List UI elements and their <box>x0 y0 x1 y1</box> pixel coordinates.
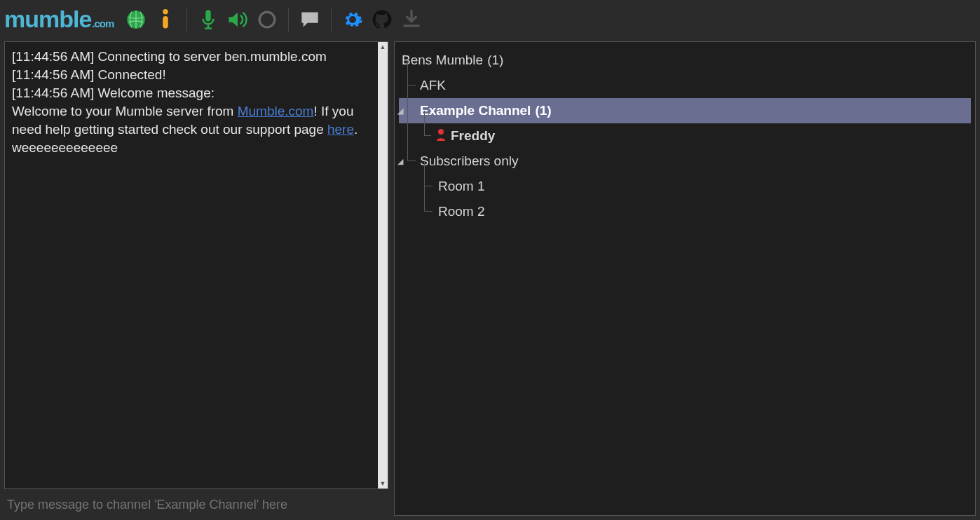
microphone-icon <box>199 9 217 30</box>
log-line: [11:44:56 AM] Welcome message: <box>12 84 371 102</box>
channel-afk[interactable]: AFK <box>396 73 974 98</box>
logo-suffix: .com <box>92 18 114 29</box>
channel-label: Room 2 <box>438 204 485 219</box>
support-here-link[interactable]: here <box>327 122 354 137</box>
user-icon <box>435 128 447 144</box>
tree-root[interactable]: Bens Mumble (1) <box>396 48 974 73</box>
channel-subscribers[interactable]: ◢ Subscribers only <box>396 149 974 174</box>
chat-icon <box>300 11 320 29</box>
mute-self-button[interactable] <box>194 6 222 34</box>
tree-branch <box>424 161 433 186</box>
record-icon <box>258 11 276 29</box>
svg-rect-4 <box>206 10 212 21</box>
svg-point-6 <box>438 129 444 135</box>
collapse-icon[interactable]: ◢ <box>397 157 406 166</box>
server-user-count: (1) <box>487 53 503 68</box>
tree-branch <box>407 60 416 85</box>
log-text: Welcome message: <box>98 85 215 100</box>
scroll-up-arrow[interactable]: ▲ <box>378 42 388 52</box>
download-icon <box>402 10 421 29</box>
app-logo: mumble.com <box>4 6 114 33</box>
speaker-icon <box>227 11 248 29</box>
channel-label: Room 1 <box>438 179 485 194</box>
chat-input[interactable] <box>7 498 386 512</box>
svg-rect-3 <box>163 16 169 29</box>
channel-tree[interactable]: Bens Mumble (1) AFK ◢ Example Channel (1… <box>394 41 976 516</box>
channel-room2[interactable]: Room 2 <box>396 199 974 224</box>
deafen-self-button[interactable] <box>224 6 252 34</box>
welcome-text: Welcome to your Mumble server from <box>12 104 238 118</box>
log-timestamp: [11:44:56 AM] <box>12 49 98 64</box>
download-button[interactable] <box>397 6 426 34</box>
svg-point-2 <box>163 9 169 15</box>
scroll-down-arrow[interactable]: ▼ <box>378 479 388 488</box>
left-pane: [11:44:56 AM] Connecting to server ben.m… <box>4 41 388 516</box>
tree-branch <box>424 186 433 212</box>
toolbar: mumble.com <box>0 0 980 39</box>
channel-label: AFK <box>420 78 446 93</box>
channel-label: Example Channel <box>420 103 531 118</box>
main-split: [11:44:56 AM] Connecting to server ben.m… <box>0 39 980 520</box>
github-button[interactable] <box>368 6 396 34</box>
log-timestamp: [11:44:56 AM] <box>12 67 98 82</box>
tree-branch <box>407 85 416 161</box>
channel-label: Subscribers only <box>420 153 518 169</box>
svg-point-5 <box>260 12 275 27</box>
collapse-icon[interactable]: ◢ <box>397 107 406 116</box>
log-text: Connecting to server ben.mumble.com <box>98 49 327 64</box>
connect-button[interactable] <box>122 6 150 34</box>
log-panel: [11:44:56 AM] Connecting to server ben.m… <box>4 41 388 489</box>
gear-icon <box>342 9 363 30</box>
toolbar-separator <box>331 8 332 32</box>
log-welcome: Welcome to your Mumble server from Mumbl… <box>12 102 371 157</box>
log-line: [11:44:56 AM] Connected! <box>12 66 371 84</box>
mumble-com-link[interactable]: Mumble.com <box>238 104 314 118</box>
log-scrollbar[interactable]: ▲ ▼ <box>378 42 388 488</box>
log-line: [11:44:56 AM] Connecting to server ben.m… <box>12 48 371 66</box>
info-button[interactable] <box>151 6 179 34</box>
toolbar-separator <box>186 8 187 32</box>
tree-branch <box>424 111 431 136</box>
user-freddy[interactable]: Freddy <box>396 123 974 149</box>
log-text: Connected! <box>98 67 166 82</box>
github-icon <box>372 10 392 29</box>
channel-user-count: (1) <box>535 103 551 118</box>
chat-input-row <box>4 493 388 516</box>
user-name: Freddy <box>451 128 495 144</box>
globe-icon <box>125 9 147 30</box>
chat-log[interactable]: [11:44:56 AM] Connecting to server ben.m… <box>5 42 378 488</box>
logo-text: mumble <box>4 6 91 33</box>
toolbar-separator <box>288 8 289 32</box>
record-button[interactable] <box>253 6 281 34</box>
settings-button[interactable] <box>339 6 367 34</box>
channel-room1[interactable]: Room 1 <box>396 174 974 199</box>
chat-button[interactable] <box>296 6 324 34</box>
channel-example[interactable]: ◢ Example Channel (1) <box>399 98 971 123</box>
log-timestamp: [11:44:56 AM] <box>12 85 98 100</box>
info-icon <box>158 9 172 30</box>
